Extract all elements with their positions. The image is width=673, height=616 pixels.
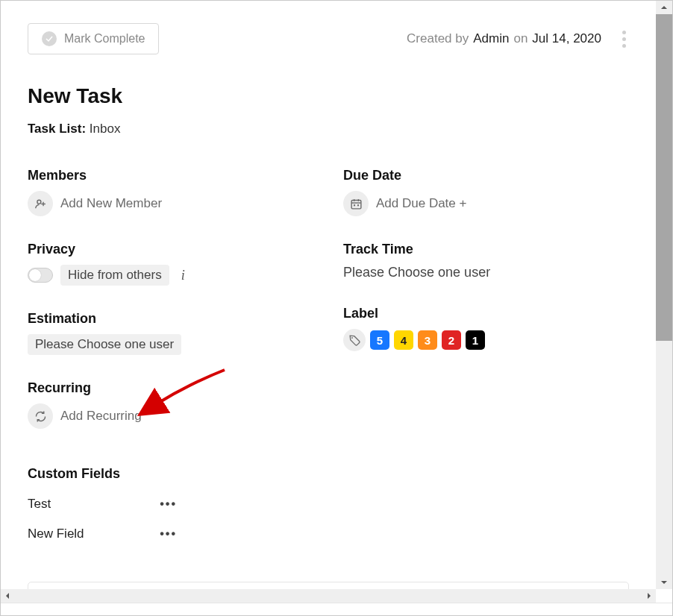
svg-rect-3 bbox=[351, 200, 361, 208]
svg-rect-8 bbox=[357, 204, 358, 206]
h-scrollbar-track[interactable] bbox=[14, 589, 642, 603]
description-input[interactable] bbox=[28, 582, 629, 589]
recurring-heading: Recurring bbox=[28, 380, 313, 396]
scroll-down-icon[interactable] bbox=[656, 576, 672, 589]
recurring-icon bbox=[28, 403, 53, 429]
task-list-value[interactable]: Inbox bbox=[90, 122, 121, 136]
label-chip-2[interactable]: 2 bbox=[442, 330, 461, 350]
add-member-label: Add New Member bbox=[60, 196, 162, 211]
custom-field-menu[interactable]: ••• bbox=[160, 498, 177, 510]
custom-field-row: Test••• bbox=[28, 489, 177, 519]
custom-field-name[interactable]: New Field bbox=[28, 527, 160, 541]
vertical-scrollbar[interactable] bbox=[656, 1, 672, 589]
scroll-left-icon[interactable] bbox=[1, 589, 14, 603]
add-due-date-button[interactable]: Add Due Date + bbox=[343, 191, 629, 216]
label-chip-4[interactable]: 4 bbox=[394, 330, 413, 350]
label-chip-1[interactable]: 1 bbox=[466, 330, 485, 350]
svg-point-9 bbox=[351, 337, 353, 339]
custom-field-row: New Field••• bbox=[28, 519, 177, 549]
created-by-text: Created by Admin on Jul 14, 2020 bbox=[407, 28, 629, 51]
custom-fields-heading: Custom Fields bbox=[28, 466, 313, 482]
privacy-hide-label: Hide from others bbox=[60, 265, 169, 286]
add-recurring-button[interactable]: Add Recurring bbox=[28, 403, 313, 429]
due-date-heading: Due Date bbox=[343, 168, 629, 183]
custom-field-name[interactable]: Test bbox=[28, 497, 160, 512]
svg-rect-7 bbox=[353, 204, 354, 206]
estimation-select[interactable]: Please Choose one user bbox=[28, 334, 181, 355]
add-member-button[interactable]: Add New Member bbox=[28, 191, 313, 216]
privacy-heading: Privacy bbox=[28, 242, 313, 257]
scrollbar-thumb[interactable] bbox=[656, 14, 672, 341]
scroll-right-icon[interactable] bbox=[642, 589, 656, 603]
more-menu-button[interactable] bbox=[619, 28, 629, 51]
task-title[interactable]: New Task bbox=[28, 84, 629, 108]
mark-complete-label: Mark Complete bbox=[64, 32, 145, 45]
add-recurring-label: Add Recurring bbox=[60, 409, 142, 424]
check-circle-icon bbox=[42, 31, 57, 46]
estimation-heading: Estimation bbox=[28, 311, 313, 327]
horizontal-scrollbar[interactable] bbox=[1, 589, 656, 603]
label-chip-3[interactable]: 3 bbox=[418, 330, 437, 350]
label-chip-5[interactable]: 5 bbox=[370, 330, 389, 350]
members-heading: Members bbox=[28, 168, 313, 183]
privacy-toggle[interactable] bbox=[28, 268, 53, 283]
custom-field-menu[interactable]: ••• bbox=[160, 528, 177, 540]
scrollbar-track[interactable] bbox=[656, 14, 672, 576]
add-due-date-label: Add Due Date + bbox=[376, 196, 466, 211]
svg-point-0 bbox=[37, 200, 40, 204]
info-icon[interactable]: i bbox=[177, 268, 190, 283]
track-time-heading: Track Time bbox=[343, 242, 629, 257]
calendar-icon bbox=[343, 191, 369, 216]
task-list-row: Task List: Inbox bbox=[28, 122, 629, 136]
bottom-border bbox=[1, 603, 672, 615]
label-heading: Label bbox=[343, 306, 629, 321]
add-member-icon bbox=[28, 191, 53, 216]
scroll-up-icon[interactable] bbox=[656, 1, 672, 14]
task-list-label: Task List: bbox=[28, 122, 86, 136]
track-time-select[interactable]: Please Choose one user bbox=[343, 265, 629, 280]
mark-complete-button[interactable]: Mark Complete bbox=[28, 23, 159, 54]
tag-icon[interactable] bbox=[343, 329, 366, 351]
